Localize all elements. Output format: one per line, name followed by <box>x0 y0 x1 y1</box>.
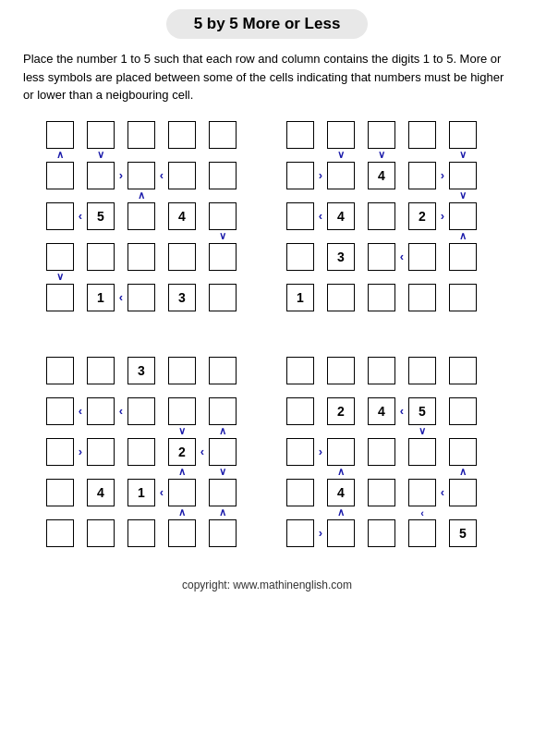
cell <box>209 202 237 230</box>
h-symbol: ‹ <box>75 406 86 417</box>
cell <box>46 519 74 547</box>
cell <box>368 284 395 311</box>
cell <box>327 438 355 466</box>
cell <box>168 162 196 189</box>
v-symbol: ∧ <box>176 507 188 518</box>
cell <box>286 479 314 506</box>
cell <box>408 519 436 547</box>
page-title: 5 by 5 More or Less <box>166 9 369 39</box>
cell <box>449 162 477 189</box>
cell <box>368 438 395 466</box>
h-symbol: › <box>75 446 86 457</box>
cell <box>46 162 74 189</box>
cell <box>327 162 355 189</box>
cell <box>327 121 355 149</box>
cell <box>286 243 314 271</box>
cell: 3 <box>327 243 355 271</box>
cell <box>209 162 237 189</box>
cell <box>449 243 477 271</box>
cell: 3 <box>127 357 155 384</box>
cell: 4 <box>368 162 395 189</box>
puzzle-row-2: 3241‹‹›‹‹∨∧∧∨∧∧24545‹›‹›∨∧∧∧‹ <box>18 357 516 560</box>
cell <box>286 162 314 189</box>
v-symbol: ∨ <box>217 231 228 242</box>
copyright: copyright: www.mathinenglish.com <box>18 579 516 591</box>
cell <box>46 438 74 466</box>
cell: 2 <box>408 202 436 230</box>
cell <box>408 162 436 189</box>
cell <box>127 438 155 466</box>
cell: 5 <box>87 202 115 230</box>
cell <box>286 519 314 547</box>
h-symbol: › <box>315 170 326 181</box>
puzzle-row-1: 5413›‹‹‹∧∨∧∨∨44231››‹›‹∨∨∨∨∧ <box>18 121 516 324</box>
cell <box>408 357 436 384</box>
cell <box>168 357 196 384</box>
cell <box>46 121 74 149</box>
v-symbol: ∨ <box>417 426 428 437</box>
cell <box>127 397 155 425</box>
cell <box>87 162 115 189</box>
cell <box>408 243 436 271</box>
cell: 5 <box>449 519 477 547</box>
h-symbol: › <box>315 446 326 457</box>
cell: 4 <box>327 479 355 506</box>
h-symbol: › <box>315 528 326 539</box>
cell <box>408 479 436 506</box>
cell <box>209 243 237 271</box>
v-symbol: ∨ <box>457 150 468 161</box>
cell <box>168 519 196 547</box>
v-symbol: ∨ <box>457 190 468 201</box>
cell: 2 <box>168 438 196 466</box>
instructions: Place the number 1 to 5 such that each r… <box>18 50 516 104</box>
h-symbol: ‹ <box>156 170 167 181</box>
cell <box>209 121 237 149</box>
cell <box>368 243 395 271</box>
cell: 4 <box>327 202 355 230</box>
cell <box>368 357 395 384</box>
cell <box>327 519 355 547</box>
cell <box>168 479 196 506</box>
cell <box>87 397 115 425</box>
cell <box>327 357 355 384</box>
v-symbol: ∨ <box>217 467 228 478</box>
cell <box>449 397 477 425</box>
h-symbol: ‹ <box>115 292 127 303</box>
cell <box>286 438 314 466</box>
v-symbol: ∨ <box>335 150 346 161</box>
v-symbol: ∧ <box>136 190 147 201</box>
cell <box>449 202 477 230</box>
h-symbol: ‹ <box>75 211 86 222</box>
cell <box>286 202 314 230</box>
h-symbol: ‹ <box>156 487 167 498</box>
cell: 1 <box>286 284 314 311</box>
cell: 5 <box>408 397 436 425</box>
h-symbol: ‹ <box>115 406 127 417</box>
cell <box>127 162 155 189</box>
cell: 4 <box>87 479 115 506</box>
cell <box>449 121 477 149</box>
cell <box>327 284 355 311</box>
v-symbol: ∧ <box>335 467 346 478</box>
title-container: 5 by 5 More or Less <box>18 9 516 39</box>
cell <box>368 121 395 149</box>
v-symbol: ∧ <box>335 507 346 518</box>
cell <box>168 397 196 425</box>
cell <box>209 357 237 384</box>
puzzle-puzzle4: 24545‹›‹›∨∧∧∧‹ <box>286 357 490 560</box>
cell <box>286 357 314 384</box>
v-symbol: ∧ <box>457 467 468 478</box>
cell <box>127 121 155 149</box>
v-symbol: ∧ <box>457 231 468 242</box>
puzzle-puzzle1: 5413›‹‹‹∧∨∧∨∨ <box>46 121 249 324</box>
cell: 1 <box>127 479 155 506</box>
h-symbol: ‹ <box>315 211 326 222</box>
cell <box>87 357 115 384</box>
cell <box>368 519 395 547</box>
cell: 2 <box>327 397 355 425</box>
cell <box>168 121 196 149</box>
cell <box>449 284 477 311</box>
puzzle-puzzle3: 3241‹‹›‹‹∨∧∧∨∧∧ <box>46 357 249 560</box>
cell: 4 <box>368 397 395 425</box>
v-symbol: ‹ <box>417 507 428 518</box>
